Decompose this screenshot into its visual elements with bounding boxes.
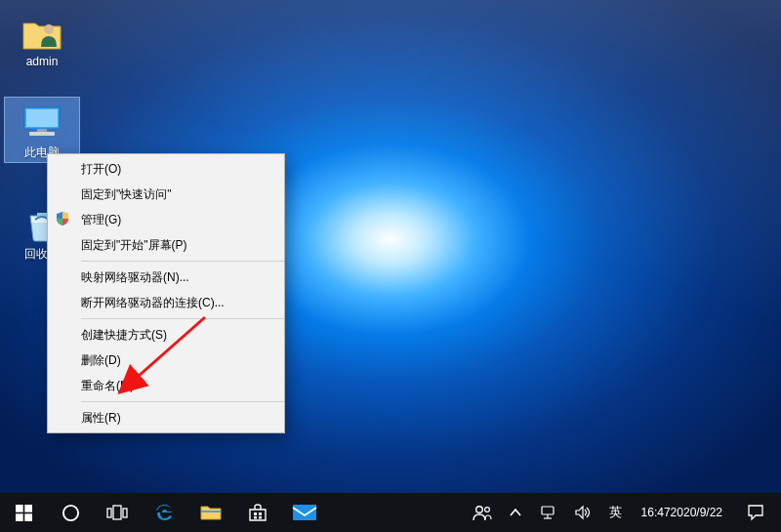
menu-separator (81, 318, 284, 319)
tray-network[interactable] (533, 493, 562, 532)
svg-rect-14 (201, 511, 221, 512)
mail-icon (292, 504, 317, 521)
menu-separator (81, 261, 284, 262)
menu-item-disconnect-network-drive[interactable]: 断开网络驱动器的连接(C)... (48, 290, 284, 315)
desktop[interactable]: admin 此电脑 回收站 打开(O) (0, 0, 781, 493)
menu-item-label: 断开网络驱动器的连接(C)... (81, 295, 225, 311)
tray-ime[interactable]: 英 (603, 493, 628, 532)
svg-rect-6 (16, 505, 23, 512)
store-icon (247, 502, 268, 523)
chevron-up-icon (510, 508, 521, 517)
computer-icon (20, 103, 64, 143)
svg-rect-9 (24, 513, 32, 521)
taskbar-app-explorer[interactable] (187, 493, 234, 532)
svg-rect-11 (107, 509, 111, 517)
taskbar-app-edge[interactable] (141, 493, 187, 532)
svg-rect-2 (26, 109, 58, 127)
menu-item-rename[interactable]: 重命名(M) (48, 373, 284, 398)
svg-rect-16 (259, 512, 262, 515)
speaker-icon (574, 505, 592, 520)
ime-label: 英 (609, 504, 622, 521)
taskview-icon (106, 505, 128, 520)
svg-rect-4 (29, 132, 55, 136)
tray-time: 16:47 (641, 506, 671, 519)
menu-item-manage[interactable]: 管理(G) (48, 207, 284, 232)
notification-icon (747, 504, 764, 521)
cortana-icon (62, 504, 80, 522)
svg-point-10 (62, 505, 77, 519)
edge-icon (152, 501, 176, 524)
svg-rect-22 (542, 507, 554, 514)
menu-item-label: 属性(R) (81, 410, 121, 427)
menu-item-label: 重命名(M) (81, 378, 134, 394)
svg-rect-18 (259, 516, 262, 519)
menu-item-open[interactable]: 打开(O) (48, 156, 284, 182)
menu-item-label: 创建快捷方式(S) (81, 327, 167, 344)
system-tray: 英 16:47 2020/9/22 (467, 493, 781, 532)
menu-item-label: 管理(G) (81, 212, 121, 228)
taskbar-app-store[interactable] (234, 493, 281, 532)
menu-item-pin-start[interactable]: 固定到"开始"屏幕(P) (48, 232, 284, 258)
menu-item-delete[interactable]: 删除(D) (48, 348, 284, 373)
svg-rect-13 (123, 509, 127, 517)
svg-rect-19 (293, 505, 316, 520)
user-folder-icon (20, 13, 64, 52)
svg-rect-15 (254, 512, 257, 515)
menu-item-create-shortcut[interactable]: 创建快捷方式(S) (48, 322, 284, 348)
svg-point-0 (44, 24, 54, 34)
network-icon (539, 505, 556, 520)
svg-rect-12 (113, 506, 121, 519)
menu-item-map-network-drive[interactable]: 映射网络驱动器(N)... (48, 265, 284, 290)
taskbar-app-mail[interactable] (281, 493, 328, 532)
tray-clock[interactable]: 16:47 2020/9/22 (634, 493, 730, 532)
svg-rect-7 (24, 505, 32, 512)
desktop-icon-label: admin (5, 54, 79, 69)
start-button[interactable] (0, 493, 47, 532)
svg-rect-3 (37, 129, 47, 132)
menu-item-label: 映射网络驱动器(N)... (81, 269, 189, 286)
tray-volume[interactable] (568, 493, 597, 532)
menu-item-pin-quickaccess[interactable]: 固定到"快速访问" (48, 182, 284, 207)
windows-logo-icon (16, 505, 32, 521)
tray-overflow[interactable] (504, 493, 527, 532)
svg-point-21 (484, 508, 489, 512)
people-icon (473, 504, 492, 521)
taskview-button[interactable] (94, 493, 141, 532)
action-center-button[interactable] (736, 493, 775, 532)
desktop-icon-user-folder[interactable]: admin (5, 7, 79, 71)
menu-item-label: 固定到"开始"屏幕(P) (81, 237, 187, 254)
tray-people[interactable] (467, 493, 498, 532)
svg-rect-8 (16, 513, 23, 521)
cortana-button[interactable] (47, 493, 94, 532)
menu-item-label: 打开(O) (81, 161, 121, 178)
menu-item-properties[interactable]: 属性(R) (48, 405, 284, 430)
tray-date: 2020/9/22 (671, 506, 722, 519)
menu-item-label: 删除(D) (81, 352, 121, 369)
context-menu: 打开(O) 固定到"快速访问" 管理(G) 固定到"开始"屏幕(P) 映射网络驱… (47, 153, 285, 433)
taskbar: 英 16:47 2020/9/22 (0, 493, 781, 532)
menu-separator (81, 401, 284, 402)
svg-point-20 (475, 507, 482, 513)
shield-icon (55, 211, 72, 228)
menu-item-label: 固定到"快速访问" (81, 186, 172, 203)
svg-rect-17 (254, 516, 257, 519)
folder-icon (200, 504, 222, 521)
